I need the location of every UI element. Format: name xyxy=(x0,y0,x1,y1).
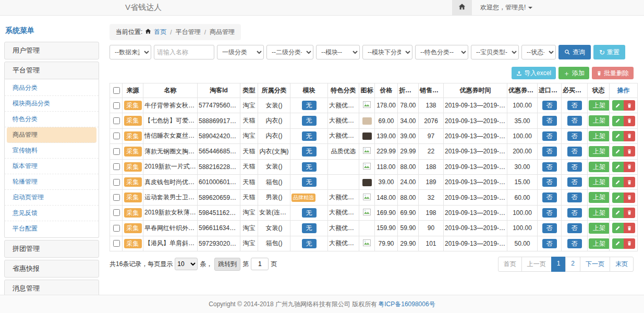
per-page-select[interactable]: 10 xyxy=(175,258,198,270)
must-buy-toggle[interactable]: 否 xyxy=(567,223,582,233)
status-on-shelf-button[interactable]: 上架 xyxy=(589,131,610,141)
sidebar-group[interactable]: 拼团管理 xyxy=(4,240,99,258)
edit-button[interactable] xyxy=(612,192,624,203)
sidebar-item[interactable]: 商品管理 xyxy=(7,127,96,143)
jump-button[interactable]: 跳转到 xyxy=(214,258,240,271)
delete-button[interactable] xyxy=(624,162,635,172)
status-select[interactable]: --状态-- xyxy=(521,45,556,59)
status-on-shelf-button[interactable]: 上架 xyxy=(589,162,610,172)
must-buy-toggle[interactable]: 否 xyxy=(567,116,582,125)
name-input[interactable] xyxy=(154,45,214,59)
sidebar-item[interactable]: 特色分类 xyxy=(5,112,99,127)
row-checkbox[interactable] xyxy=(113,163,120,170)
status-on-shelf-button[interactable]: 上架 xyxy=(589,100,610,111)
page-next[interactable]: 下一页 xyxy=(580,257,610,272)
edit-button[interactable] xyxy=(612,177,624,187)
page-prev[interactable]: 上一页 xyxy=(521,257,552,272)
delete-button[interactable] xyxy=(624,238,635,249)
row-checkbox[interactable] xyxy=(113,209,120,216)
import-select-toggle[interactable]: 否 xyxy=(542,208,557,218)
edit-button[interactable] xyxy=(612,208,624,218)
module-select[interactable]: --模块-- xyxy=(316,45,360,59)
status-on-shelf-button[interactable]: 上架 xyxy=(589,177,610,187)
status-on-shelf-button[interactable]: 上架 xyxy=(589,238,610,249)
edit-button[interactable] xyxy=(612,146,624,156)
sidebar-item[interactable]: 模块商品分类 xyxy=(5,96,99,112)
import-select-toggle[interactable]: 否 xyxy=(542,101,557,110)
delete-button[interactable] xyxy=(624,116,635,126)
edit-button[interactable] xyxy=(612,131,624,141)
import-excel-button[interactable]: 导入excel xyxy=(512,67,556,79)
edit-button[interactable] xyxy=(612,223,624,233)
batch-delete-button[interactable]: 批量删除 xyxy=(592,67,634,79)
page-number-input[interactable] xyxy=(251,258,269,270)
row-checkbox[interactable] xyxy=(113,225,120,232)
breadcrumb-home-link[interactable]: 首页 xyxy=(154,28,166,37)
import-select-toggle[interactable]: 否 xyxy=(542,223,557,233)
feature-category-select[interactable]: --特色分类-- xyxy=(415,45,468,59)
import-select-toggle[interactable]: 否 xyxy=(542,116,557,125)
sidebar-item[interactable]: 商品分类 xyxy=(5,80,99,96)
status-on-shelf-button[interactable]: 上架 xyxy=(589,192,610,202)
must-buy-toggle[interactable]: 否 xyxy=(567,131,582,141)
row-checkbox[interactable] xyxy=(113,117,120,124)
level1-category-select[interactable]: 一级分类 xyxy=(217,45,264,59)
sidebar-item[interactable]: 启动页管理 xyxy=(5,190,99,206)
must-buy-toggle[interactable]: 否 xyxy=(567,239,582,248)
add-button[interactable]: ＋ 添加 xyxy=(558,67,589,79)
page-number[interactable]: 2 xyxy=(565,257,580,272)
row-checkbox[interactable] xyxy=(113,194,120,201)
import-select-toggle[interactable]: 否 xyxy=(542,239,557,248)
edit-button[interactable] xyxy=(612,162,624,172)
edit-button[interactable] xyxy=(612,116,624,126)
page-number[interactable]: 1 xyxy=(551,257,566,272)
item-type-select[interactable]: --宝贝类型-- xyxy=(471,45,519,59)
status-on-shelf-button[interactable]: 上架 xyxy=(589,223,610,233)
delete-button[interactable] xyxy=(624,177,635,187)
edit-button[interactable] xyxy=(612,238,624,249)
import-select-toggle[interactable]: 否 xyxy=(542,192,557,202)
select-all-checkbox[interactable] xyxy=(113,87,120,94)
row-checkbox[interactable] xyxy=(113,179,120,186)
user-menu[interactable]: 欢迎您，管理员! xyxy=(480,3,532,12)
row-checkbox[interactable] xyxy=(113,102,120,109)
import-select-toggle[interactable]: 否 xyxy=(542,131,557,141)
status-on-shelf-button[interactable]: 上架 xyxy=(589,146,610,156)
import-select-toggle[interactable]: 否 xyxy=(542,177,557,187)
row-checkbox[interactable] xyxy=(113,240,120,247)
delete-button[interactable] xyxy=(624,146,635,156)
must-buy-toggle[interactable]: 否 xyxy=(567,101,582,110)
sidebar-group[interactable]: 用户管理 xyxy=(4,42,99,59)
edit-button[interactable] xyxy=(612,100,624,111)
reset-button[interactable]: ↻ 重置 xyxy=(593,45,625,59)
import-select-toggle[interactable]: 否 xyxy=(542,162,557,172)
must-buy-toggle[interactable]: 否 xyxy=(567,192,582,202)
must-buy-toggle[interactable]: 否 xyxy=(567,162,582,172)
level2-category-select[interactable]: --二级分类-- xyxy=(266,45,313,59)
import-select-toggle[interactable]: 否 xyxy=(542,147,557,156)
sidebar-item[interactable]: 轮播管理 xyxy=(5,174,99,190)
sidebar-item[interactable]: 平台配置 xyxy=(5,221,99,236)
delete-button[interactable] xyxy=(624,131,635,141)
sidebar-item[interactable]: 宣传物料 xyxy=(5,143,99,159)
row-checkbox[interactable] xyxy=(113,148,120,155)
module-subcategory-select[interactable]: --模块下分类-- xyxy=(362,45,412,59)
data-source-select[interactable]: --数据来源-- xyxy=(110,45,151,59)
sidebar-group[interactable]: 平台管理 xyxy=(4,62,99,79)
delete-button[interactable] xyxy=(624,208,635,218)
sidebar-group[interactable]: 省惠快报 xyxy=(4,260,99,278)
delete-button[interactable] xyxy=(624,223,635,233)
delete-button[interactable] xyxy=(624,100,635,111)
row-checkbox[interactable] xyxy=(113,133,120,139)
must-buy-toggle[interactable]: 否 xyxy=(567,208,582,218)
icp-link[interactable]: 粤ICP备16098006号 xyxy=(378,300,435,309)
page-last[interactable]: 末页 xyxy=(610,257,634,272)
page-first[interactable]: 首页 xyxy=(498,257,522,272)
must-buy-toggle[interactable]: 否 xyxy=(567,177,582,187)
status-on-shelf-button[interactable]: 上架 xyxy=(589,208,610,218)
must-buy-toggle[interactable]: 否 xyxy=(567,147,582,156)
search-button[interactable]: 查询 xyxy=(558,45,591,59)
status-on-shelf-button[interactable]: 上架 xyxy=(589,115,610,126)
sidebar-item[interactable]: 版本管理 xyxy=(5,159,99,174)
sidebar-item[interactable]: 意见反馈 xyxy=(5,206,99,221)
